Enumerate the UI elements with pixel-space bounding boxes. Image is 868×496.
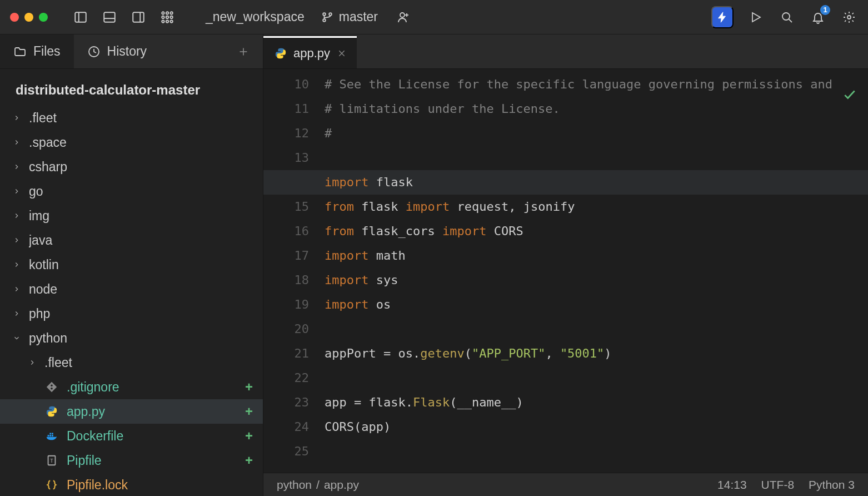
code-line[interactable]: app = flask.Flask(__name__) [325,390,868,415]
svg-point-10 [166,16,168,18]
tree-label: Pipfile.lock [67,478,263,493]
run-icon[interactable] [747,8,765,26]
sidebar: Files History distributed-calculator-mas… [0,34,263,496]
tree-item-kotlin[interactable]: kotlin [0,252,263,277]
minimize-window-button[interactable] [24,13,33,22]
code-line[interactable] [325,439,868,464]
code-line[interactable] [325,146,868,170]
line-number: 22 [263,366,309,390]
settings-icon[interactable] [840,8,858,26]
tree-label: app.py [67,404,237,419]
sidebar-tab-files[interactable]: Files [0,34,74,68]
notifications-button[interactable]: 1 [809,8,827,26]
tree-item--gitignore[interactable]: .gitignore+ [0,375,263,399]
language-indicator[interactable]: Python 3 [809,478,855,492]
svg-point-22 [782,13,790,20]
svg-point-6 [162,12,164,14]
chevron-icon[interactable] [12,334,21,342]
encoding-indicator[interactable]: UTF-8 [761,478,795,492]
vcs-status-badge: + [245,428,253,444]
chevron-icon[interactable] [12,187,21,195]
tree-item-csharp[interactable]: csharp [0,155,263,179]
project-root-label[interactable]: distributed-calculator-master [0,77,263,106]
tree-item--space[interactable]: .space [0,130,263,155]
tree-item--fleet[interactable]: .fleet [0,350,263,375]
breadcrumb[interactable]: python / app.py [277,478,359,492]
line-number-gutter: 10111213141516171819202122232425 [263,69,325,473]
breadcrumb-dir: python [277,478,312,492]
tree-item--fleet[interactable]: .fleet [0,106,263,130]
chevron-icon[interactable] [12,114,21,122]
code-line[interactable] [325,317,868,341]
svg-rect-31 [49,433,51,435]
branch-indicator[interactable]: master [321,9,378,24]
bottom-panel-toggle-icon[interactable] [100,8,119,27]
tree-item-java[interactable]: java [0,228,263,252]
tree-label: kotlin [29,257,263,272]
code-line[interactable]: # See the License for the specific langu… [325,72,868,97]
add-user-icon[interactable] [395,8,412,26]
close-window-button[interactable] [10,13,19,22]
tree-item-img[interactable]: img [0,204,263,228]
tree-item-app-py[interactable]: app.py+ [0,399,263,424]
tree-item-Dockerfile[interactable]: Dockerfile+ [0,424,263,448]
python-file-icon [44,405,59,418]
chevron-icon[interactable] [12,236,21,244]
code-line[interactable]: # limitations under the License. [325,97,868,121]
chevron-icon[interactable] [12,310,21,318]
line-number: 11 [263,97,309,121]
sidebar-tab-history[interactable]: History [74,34,161,68]
close-tab-icon[interactable] [337,49,347,58]
code-line[interactable]: import math [325,244,868,268]
code-line[interactable]: # [325,121,868,146]
svg-point-24 [847,16,851,19]
search-icon[interactable] [778,8,796,26]
tree-item-Pipfile-lock[interactable]: Pipfile.lock [0,473,263,496]
tree-label: .fleet [44,355,263,370]
line-number: 10 [263,72,309,97]
tree-label: python [29,331,263,346]
tree-item-go[interactable]: go [0,179,263,204]
code-line[interactable]: from flask import request, jsonify [325,195,868,219]
code-area[interactable]: # See the License for the specific langu… [325,69,868,473]
workspace-name[interactable]: _new_workspace [206,9,305,24]
code-line[interactable]: import flask [263,170,868,195]
python-icon [275,47,287,59]
bolt-button[interactable] [711,6,734,28]
svg-point-17 [329,13,332,16]
tree-item-python[interactable]: python [0,326,263,350]
editor-tab-app-py[interactable]: app.py [263,36,357,68]
code-line[interactable]: import os [325,292,868,317]
tree-item-php[interactable]: php [0,301,263,326]
add-tab-icon[interactable] [235,43,252,60]
apps-grid-icon[interactable] [158,8,177,27]
chevron-icon[interactable] [28,359,37,366]
svg-rect-4 [133,12,144,22]
cursor-position[interactable]: 14:13 [717,478,747,492]
tree-label: node [29,282,263,297]
tree-label: java [29,233,263,248]
tree-item-Pipfile[interactable]: TPipfile+ [0,448,263,473]
code-line[interactable]: from flask_cors import CORS [325,219,868,244]
tree-label: img [29,209,263,224]
file-tree[interactable]: distributed-calculator-master .fleet.spa… [0,69,263,496]
code-line[interactable]: import sys [325,268,868,292]
code-line[interactable] [325,366,868,390]
chevron-icon[interactable] [12,285,21,293]
chevron-icon[interactable] [12,138,21,146]
tree-item-node[interactable]: node [0,277,263,301]
code-line[interactable]: CORS(app) [325,415,868,439]
svg-rect-32 [52,433,53,435]
chevron-icon[interactable] [12,261,21,269]
right-panel-toggle-icon[interactable] [129,8,148,27]
main-area: Files History distributed-calculator-mas… [0,34,868,496]
breadcrumb-file: app.py [324,478,359,492]
chevron-icon[interactable] [12,212,21,220]
tree-label: go [29,184,263,199]
maximize-window-button[interactable] [39,13,48,22]
chevron-icon[interactable] [12,163,21,171]
svg-rect-2 [104,12,115,22]
editor-body[interactable]: 10111213141516171819202122232425 # See t… [263,69,868,473]
left-panel-toggle-icon[interactable] [71,8,90,27]
code-line[interactable]: appPort = os.getenv("APP_PORT", "5001") [325,341,868,366]
